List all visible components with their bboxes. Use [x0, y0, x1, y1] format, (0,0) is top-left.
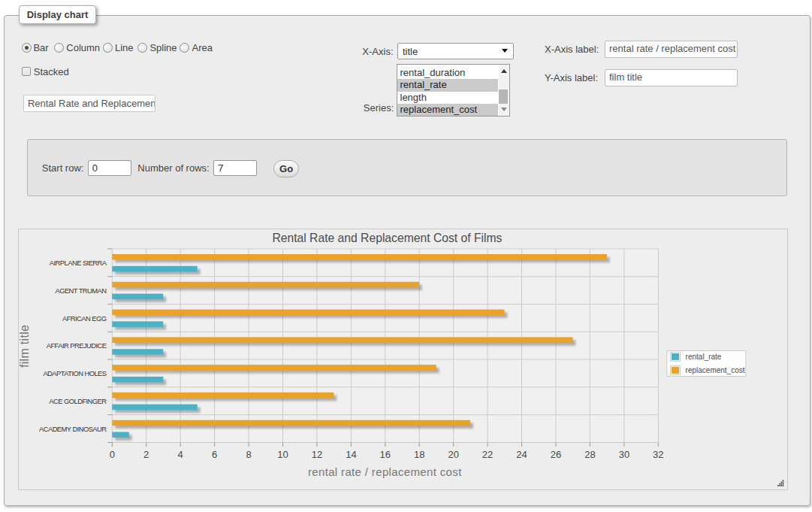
svg-text:4: 4: [178, 449, 183, 460]
svg-text:10: 10: [278, 449, 288, 460]
svg-text:AIRPLANE SIERRA: AIRPLANE SIERRA: [50, 259, 107, 267]
svg-text:rental rate / replacement cost: rental rate / replacement cost: [308, 465, 462, 478]
svg-text:AGENT TRUMAN: AGENT TRUMAN: [56, 286, 107, 295]
svg-text:18: 18: [414, 449, 424, 460]
svg-text:26: 26: [551, 449, 561, 460]
svg-text:rental_rate: rental_rate: [686, 353, 722, 361]
svg-text:32: 32: [653, 449, 663, 460]
svg-text:8: 8: [246, 449, 252, 460]
svg-text:0: 0: [110, 449, 115, 460]
svg-text:30: 30: [619, 449, 629, 460]
svg-text:24: 24: [517, 449, 527, 460]
svg-text:replacement_cost: replacement_cost: [686, 366, 745, 374]
svg-text:ACADEMY DINOSAUR: ACADEMY DINOSAUR: [39, 425, 107, 433]
svg-text:ADAPTATION HOLES: ADAPTATION HOLES: [44, 369, 107, 377]
svg-text:AFFAIR PREJUDICE: AFFAIR PREJUDICE: [47, 342, 107, 350]
svg-text:ACE GOLDFINGER: ACE GOLDFINGER: [50, 397, 107, 405]
svg-text:2: 2: [143, 449, 149, 460]
svg-text:film title: film title: [19, 325, 31, 368]
svg-text:12: 12: [312, 449, 322, 460]
svg-text:14: 14: [346, 449, 357, 460]
svg-text:22: 22: [482, 449, 493, 460]
svg-text:28: 28: [585, 449, 596, 460]
svg-text:16: 16: [380, 449, 391, 460]
svg-text:Rental Rate and Replacement Co: Rental Rate and Replacement Cost of Film…: [273, 232, 503, 244]
svg-text:6: 6: [212, 449, 217, 460]
svg-text:AFRICAN EGG: AFRICAN EGG: [62, 314, 107, 323]
svg-text:20: 20: [448, 449, 459, 460]
